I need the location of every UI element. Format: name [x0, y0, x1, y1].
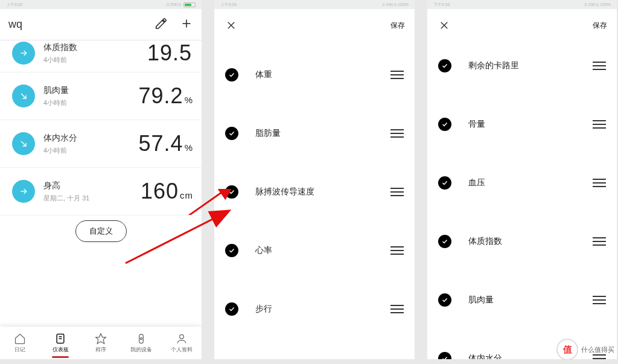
check-toggle[interactable] — [225, 127, 238, 140]
metric-value: 57.4% — [139, 131, 193, 156]
drag-handle-icon[interactable] — [593, 237, 606, 246]
metric-indicator-icon — [12, 85, 35, 107]
add-icon[interactable] — [180, 17, 193, 33]
edit-item[interactable]: 血压 — [427, 153, 617, 212]
customize-button[interactable]: 自定义 — [75, 220, 127, 242]
watermark-badge: 值 — [556, 339, 578, 360]
edit-item-label: 脂肪量 — [255, 128, 390, 139]
battery-icon — [183, 2, 196, 7]
drag-handle-icon[interactable] — [593, 62, 606, 70]
edit-item-label: 步行 — [255, 304, 390, 315]
metric-subtext: 4小時前 — [43, 56, 147, 65]
save-button[interactable]: 保存 — [390, 21, 405, 31]
statusbar-right: 2.44K/s 100% — [382, 2, 409, 7]
check-toggle[interactable] — [225, 302, 238, 316]
tab-label: 仪表板 — [53, 346, 69, 354]
edit-item[interactable]: 肌肉量 — [427, 270, 617, 329]
check-toggle[interactable] — [438, 293, 451, 307]
tab-diary[interactable]: 日记 — [0, 327, 40, 359]
statusbar: 上午8:06 0.55K/s — [0, 0, 202, 9]
drag-handle-icon[interactable] — [593, 179, 606, 187]
check-icon — [441, 355, 448, 360]
edit-item-label: 体重 — [255, 69, 390, 80]
check-icon — [441, 238, 448, 245]
check-toggle[interactable] — [438, 352, 451, 360]
check-icon — [441, 62, 448, 69]
edit-item-label: 肌肉量 — [468, 295, 593, 305]
edit-icon[interactable] — [154, 17, 168, 33]
check-toggle[interactable] — [225, 244, 238, 257]
metric-row[interactable]: 肌肉量 4小時前 79.2% — [0, 72, 202, 120]
metric-row[interactable]: 体质指数 4小時前 19.5 — [0, 40, 202, 72]
profile-icon — [176, 333, 188, 345]
check-icon — [228, 188, 235, 196]
check-toggle[interactable] — [225, 68, 238, 81]
check-icon — [441, 179, 448, 187]
edit-item-label: 剩余的卡路里 — [468, 60, 593, 71]
edit-item[interactable]: 脉搏波传导速度 — [214, 162, 415, 221]
drag-handle-icon[interactable] — [390, 71, 404, 79]
tab-profile[interactable]: 个人资料 — [161, 327, 202, 359]
device-icon — [135, 333, 147, 345]
check-toggle[interactable] — [438, 235, 451, 248]
home-icon — [14, 333, 26, 345]
metric-indicator-icon — [12, 42, 35, 65]
drag-handle-icon[interactable] — [390, 305, 404, 313]
metric-subtext: 4小時前 — [43, 98, 139, 107]
edit-item[interactable]: 骨量 — [427, 95, 617, 153]
tab-dashboard[interactable]: 仪表板 — [40, 327, 81, 359]
svg-marker-9 — [96, 333, 106, 343]
edit-item[interactable]: 步行 — [214, 279, 415, 338]
statusbar-time: 上午8:06 — [220, 2, 237, 8]
metric-row[interactable]: 身高 星期二, 十月 31 160cm — [0, 168, 202, 216]
statusbar-right: 0.28K/s 100% — [584, 2, 611, 7]
statusbar-time: 下午6:50 — [433, 2, 450, 8]
check-toggle[interactable] — [438, 59, 451, 72]
tab-label: 程序 — [95, 346, 106, 354]
statusbar: 下午6:50 0.28K/s 100% — [427, 0, 617, 9]
drag-handle-icon[interactable] — [390, 129, 404, 138]
svg-line-3 — [21, 94, 26, 98]
check-icon — [228, 71, 235, 78]
edit-item-label: 体质指数 — [468, 236, 593, 247]
tab-label: 我的设备 — [130, 346, 152, 354]
tabbar: 日记 仪表板 程序 我的设备 个人资料 — [0, 327, 202, 359]
save-button[interactable]: 保存 — [593, 21, 607, 31]
check-icon — [441, 121, 448, 128]
drag-handle-icon[interactable] — [593, 120, 606, 129]
drag-handle-icon[interactable] — [390, 246, 404, 255]
metric-indicator-icon — [12, 180, 35, 203]
drag-handle-icon[interactable] — [593, 296, 606, 304]
tab-devices[interactable]: 我的设备 — [121, 327, 161, 359]
edit-item-label: 心率 — [255, 245, 390, 256]
check-icon — [228, 130, 235, 137]
watermark: 值 什么值得买 — [556, 339, 614, 360]
page-title: wq — [8, 18, 22, 31]
svg-line-4 — [21, 141, 26, 146]
customize-screen-b: 下午6:50 0.28K/s 100% 保存 剩余的卡路里 骨量 血压 体质指数 — [427, 0, 617, 359]
dashboard-screen: 上午8:06 0.55K/s wq 体质指数 4小時前 19.5 — [0, 0, 202, 359]
check-toggle[interactable] — [438, 118, 451, 131]
tab-programs[interactable]: 程序 — [81, 327, 121, 359]
edit-item[interactable]: 体重 — [214, 45, 415, 104]
editor-header: 保存 — [214, 9, 415, 42]
edit-item-label: 血压 — [468, 177, 593, 188]
close-button[interactable] — [224, 18, 238, 33]
metric-row[interactable]: 体内水分 4小時前 57.4% — [0, 120, 202, 168]
check-icon — [228, 305, 235, 313]
star-icon — [95, 333, 107, 345]
close-button[interactable] — [437, 18, 451, 33]
edit-item[interactable]: 剩余的卡路里 — [427, 36, 617, 95]
tab-label: 日记 — [14, 346, 25, 354]
metric-indicator-icon — [12, 132, 35, 155]
metric-name: 体内水分 — [43, 133, 139, 144]
statusbar: 上午8:06 2.44K/s 100% — [214, 0, 415, 9]
drag-handle-icon[interactable] — [390, 188, 404, 196]
tab-label: 个人资料 — [171, 346, 193, 354]
edit-item[interactable]: 体质指数 — [427, 212, 617, 270]
edit-item[interactable]: 脂肪量 — [214, 104, 415, 162]
svg-point-12 — [179, 334, 183, 339]
check-toggle[interactable] — [225, 185, 238, 199]
check-toggle[interactable] — [438, 176, 451, 190]
edit-item[interactable]: 心率 — [214, 221, 415, 279]
